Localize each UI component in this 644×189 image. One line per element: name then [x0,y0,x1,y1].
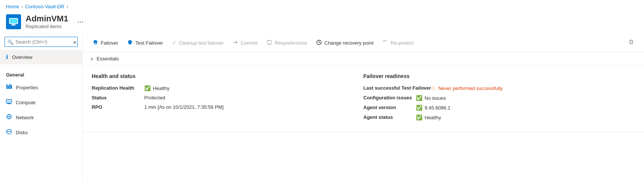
last-test-failover-row: Last successful Test Failover ⚠ Never pe… [363,85,635,91]
failover-label: Failover [101,40,118,46]
rpo-label: RPO [92,104,144,110]
re-protect-button[interactable]: Re-protect [379,37,417,49]
config-issues-label: Configuration issues [363,95,416,100]
search-input[interactable] [5,37,78,47]
test-failover-label: Test Failover [135,40,163,46]
config-issues-text: No issues [425,95,446,101]
svg-rect-4 [6,84,8,89]
agent-status-text: Healthy [425,115,441,120]
failover-icon [92,39,98,46]
resynchronize-icon [266,39,272,46]
last-test-failover-label: Last successful Test Failover [363,85,431,91]
agent-status-row: Agent status ✅ Healthy [363,114,635,120]
re-protect-label: Re-protect [391,40,414,46]
compute-icon [6,99,12,106]
breadcrumb-vault[interactable]: Contoso-Vault-DR [25,4,65,9]
sidebar-item-properties[interactable]: Properties [0,80,82,95]
replication-health-row: Replication Health ✅ Healthy [92,85,363,91]
never-performed-link[interactable]: Never performed successfully [438,86,502,91]
content-area: Failover Test Failover ✓ Cleanup test fa… [83,34,644,182]
essentials-header[interactable]: ∨ Essentials [83,52,644,66]
resynchronize-button[interactable]: Resynchronize [263,37,311,49]
sidebar-item-compute-label: Compute [16,100,36,105]
agent-version-value: ✅ 9.45.6096.1 [416,105,450,111]
cleanup-test-failover-button[interactable]: ✓ Cleanup test failover [168,38,227,48]
delete-icon [628,39,634,46]
agent-version-check-icon: ✅ [416,105,422,111]
config-check-icon: ✅ [416,95,422,101]
properties-icon [6,84,12,91]
sidebar-item-disks[interactable]: Disks [0,125,82,140]
svg-rect-9 [7,100,11,102]
sidebar-item-network[interactable]: Network [0,110,82,125]
collapse-sidebar-button[interactable]: « [73,39,76,45]
failover-button[interactable]: Failover [89,37,122,49]
sidebar-item-overview[interactable]: ℹ Overview [0,50,82,64]
status-row: Status Protected [92,95,363,100]
svg-line-19 [319,42,320,43]
status-value: Protected [144,95,165,100]
breadcrumb: Home › Contoso-Vault-DR › [0,0,644,11]
change-recovery-point-button[interactable]: Change recovery point [312,37,377,49]
svg-rect-6 [9,84,11,89]
commit-label: Commit [240,40,257,46]
page-header: AdminVM1 Replicated items ··· [0,11,644,34]
svg-rect-5 [8,86,9,89]
breadcrumb-home[interactable]: Home [6,4,19,9]
failover-section-title: Failover readiness [363,73,635,79]
header-text: AdminVM1 Replicated items [26,14,68,29]
change-recovery-icon [316,39,322,46]
page-subtitle: Replicated items [26,24,68,29]
svg-rect-1 [10,19,17,23]
general-section-title: General [0,68,82,80]
more-options-button[interactable]: ··· [74,16,87,27]
svg-rect-11 [7,104,11,104]
warning-icon: ⚠ [431,85,436,91]
replication-health-label: Replication Health [92,85,144,91]
test-failover-icon [127,39,133,46]
sidebar-item-compute[interactable]: Compute [0,95,82,110]
nav-divider [0,66,82,66]
health-section-title: Health and status [92,73,363,79]
commit-icon [232,39,238,46]
sidebar-item-network-label: Network [16,115,34,120]
status-label: Status [92,95,144,100]
network-icon [6,114,12,121]
svg-rect-7 [11,85,12,89]
change-recovery-label: Change recovery point [324,40,373,46]
health-status-section: Health and status Replication Health ✅ H… [92,73,363,124]
agent-version-text: 9.45.6096.1 [425,105,450,111]
essentials-body: Health and status Replication Health ✅ H… [83,66,644,132]
last-test-failover-value: ⚠ Never performed successfully [431,85,502,91]
essentials-chevron-icon: ∨ [90,56,94,62]
agent-version-row: Agent version ✅ 9.45.6096.1 [363,105,635,111]
agent-status-check-icon: ✅ [416,114,422,120]
commit-button[interactable]: Commit [228,37,261,49]
delete-button[interactable] [624,37,638,49]
failover-readiness-section: Failover readiness Last successful Test … [363,73,635,124]
cleanup-icon: ✓ [172,40,177,46]
cleanup-label: Cleanup test failover [179,40,224,46]
svg-point-15 [7,129,11,132]
info-icon: ℹ [6,54,8,60]
vm-icon [6,14,21,29]
svg-rect-3 [11,25,16,26]
sidebar: 🔍 « ℹ Overview General Properties [0,34,83,182]
test-failover-button[interactable]: Test Failover [123,37,167,49]
breadcrumb-sep1: › [21,4,23,9]
agent-status-label: Agent status [363,114,416,120]
sidebar-item-properties-label: Properties [16,85,38,90]
sidebar-item-disks-label: Disks [16,130,28,135]
search-icon: 🔍 [8,39,14,45]
config-issues-value: ✅ No issues [416,95,446,101]
resynchronize-label: Resynchronize [275,40,307,46]
sidebar-item-overview-label: Overview [12,54,32,60]
agent-version-label: Agent version [363,105,416,110]
config-issues-row: Configuration issues ✅ No issues [363,95,635,101]
page-title: AdminVM1 [26,14,68,24]
search-container: 🔍 « [0,34,82,50]
re-protect-icon [382,39,389,46]
rpo-value: 1 min [As on 10/1/2021, 7:35:56 PM] [144,104,224,110]
agent-status-value: ✅ Healthy [416,114,441,120]
replication-health-text: Healthy [153,86,169,91]
